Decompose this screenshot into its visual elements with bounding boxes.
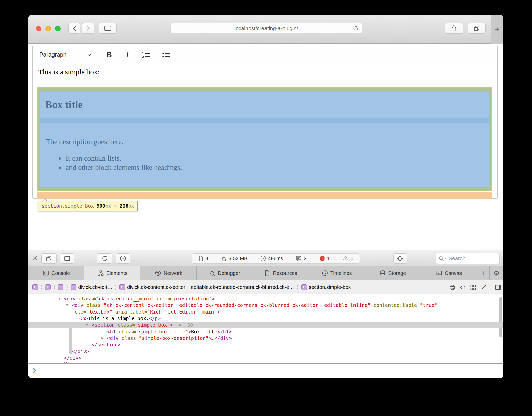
download-icon xyxy=(120,255,126,262)
syntax-token-tag: <div xyxy=(72,302,83,308)
bulleted-list-icon xyxy=(162,51,171,58)
dom-tree-row[interactable]: </div> xyxy=(28,348,503,355)
tab-debugger[interactable]: Debugger xyxy=(197,266,253,280)
dom-tree-row-selected[interactable]: ▼<section class="simple-box"> = $0 xyxy=(28,322,503,328)
tab-overview-button[interactable] xyxy=(468,23,486,34)
close-window-button[interactable] xyxy=(36,26,41,31)
close-devtools-button[interactable] xyxy=(32,255,38,261)
breadcrumb-separator: ⟩ xyxy=(66,284,68,290)
disclosure-triangle-icon[interactable]: ▼ xyxy=(86,322,88,328)
paragraph-dropdown[interactable]: Paragraph xyxy=(39,51,92,58)
syntax-token-attr: class= xyxy=(78,296,96,301)
numbered-list-button[interactable]: 12 xyxy=(141,51,150,58)
dom-tree-row[interactable]: role="textbox" aria-label="Rich Text Edi… xyxy=(28,308,503,315)
forward-button[interactable] xyxy=(82,23,94,34)
zoom-window-button[interactable] xyxy=(55,26,61,31)
grid-overlay-icon[interactable] xyxy=(470,284,476,291)
syntax-token-plain xyxy=(115,322,118,328)
syntax-token-tag: </div> xyxy=(214,335,232,341)
warning-count-badge[interactable]: 0 xyxy=(342,255,353,262)
page-content: Paragraph B I 12 This is a simple box: xyxy=(28,44,503,250)
url-bar[interactable]: localhost/creating-a-plugin/ xyxy=(170,23,362,34)
tab-canvas[interactable]: Canvas xyxy=(421,266,477,280)
ckeditor-frame: Paragraph B I 12 This is a simple box: xyxy=(32,45,498,199)
paintbrush-icon[interactable] xyxy=(480,284,487,291)
breadcrumb-ancestor[interactable]: E xyxy=(45,284,51,290)
tab-network[interactable]: Network xyxy=(140,266,197,280)
breadcrumb-label: div.ck.ck-edit… xyxy=(78,284,112,290)
syntax-token-attr: aria-label= xyxy=(115,309,147,315)
tooltip-width: 900 xyxy=(97,203,105,209)
editor-content[interactable]: This is a simple box: Box title The desc… xyxy=(33,64,497,198)
syntax-token-meta: = $0 xyxy=(173,322,193,328)
minimize-window-button[interactable] xyxy=(45,26,51,31)
breadcrumb-ancestor[interactable]: E xyxy=(32,284,38,290)
print-icon[interactable] xyxy=(449,284,456,291)
share-button[interactable] xyxy=(445,23,463,34)
dom-tree-row[interactable]: </div xyxy=(28,361,503,363)
breadcrumb-separator: ⟩ xyxy=(297,284,299,290)
tab-label: Storage xyxy=(388,270,406,276)
reload-page-button[interactable] xyxy=(97,253,112,264)
svg-text:!: ! xyxy=(322,256,323,261)
document-count-badge[interactable]: 3 xyxy=(198,255,208,262)
syntax-token-val: "simple-box-description" xyxy=(139,335,209,341)
error-count-badge[interactable]: ! 1 xyxy=(319,255,330,262)
dom-tree-row[interactable]: </div> xyxy=(28,355,503,361)
tab-resources[interactable]: Resources xyxy=(253,266,309,280)
split-view-button[interactable] xyxy=(60,253,74,264)
settings-gear-icon[interactable]: ⚙ xyxy=(490,266,503,280)
dock-side-button[interactable] xyxy=(41,253,57,264)
breadcrumb-editable[interactable]: E div.ck.ck-content.ck-editor__editable.… xyxy=(119,284,294,290)
transfer-size-badge[interactable]: 3.52 MB xyxy=(221,255,247,262)
dom-tree-row[interactable]: </section> xyxy=(28,341,503,348)
breadcrumb-simple-box[interactable]: E section.simple-box xyxy=(301,284,351,290)
load-time: 496ms xyxy=(268,256,283,262)
disclosure-triangle-icon[interactable]: ▼ xyxy=(58,295,60,302)
tab-timelines[interactable]: Timelines xyxy=(309,266,365,280)
download-button[interactable] xyxy=(116,253,130,264)
syntax-token-tag: </div> xyxy=(72,349,89,354)
load-time-badge[interactable]: 496ms xyxy=(260,255,283,262)
tab-console[interactable]: Console xyxy=(28,266,84,280)
chevron-right-icon xyxy=(85,25,91,32)
paragraph-dropdown-label: Paragraph xyxy=(39,51,66,58)
dom-tree-row[interactable]: ▼<div class="ck ck-editor__main" role="p… xyxy=(28,295,503,302)
bold-button[interactable]: B xyxy=(104,50,113,60)
search-input[interactable]: Search xyxy=(436,253,500,264)
tooltip-height: 206 xyxy=(120,203,128,209)
breadcrumb-editor-main[interactable]: E div.ck.ck-edit… xyxy=(71,284,112,290)
resources-icon xyxy=(264,270,271,276)
new-tab-button[interactable]: + xyxy=(491,15,503,44)
breadcrumb-label: section.simple-box xyxy=(309,284,351,290)
tab-label: Canvas xyxy=(445,270,462,276)
sidebar-toggle-button[interactable] xyxy=(99,23,117,34)
reload-icon[interactable] xyxy=(353,25,359,32)
syntax-token-tag: > xyxy=(208,335,211,341)
list-item: and other block elements like headings. xyxy=(66,163,182,172)
element-picker-button[interactable] xyxy=(393,253,407,264)
syntax-token-plain xyxy=(154,296,157,301)
devtools-tab-bar: Console Elements Network Debugger Resour… xyxy=(28,266,503,280)
breadcrumb-separator: ⟩ xyxy=(53,284,55,290)
disclosure-triangle-icon[interactable]: ▼ xyxy=(66,302,68,308)
quick-console[interactable] xyxy=(28,363,503,378)
breadcrumb-ancestor[interactable]: E xyxy=(58,284,63,290)
code-brackets-icon[interactable] xyxy=(459,284,466,291)
dom-tree-row[interactable]: <h1 class="simple-box-title">Box title</… xyxy=(28,328,503,335)
tab-storage[interactable]: Storage xyxy=(365,266,421,280)
italic-button[interactable]: I xyxy=(125,50,130,60)
dom-tree-row[interactable]: ▶<div class="simple-box-description">…</… xyxy=(28,335,503,341)
disclosure-triangle-icon[interactable]: ▶ xyxy=(101,335,103,341)
console-messages-badge[interactable]: 3 xyxy=(296,255,306,262)
dom-tree-row[interactable]: <p>This is a simple box:</p> xyxy=(28,315,503,322)
back-button[interactable] xyxy=(68,23,80,34)
error-count: 1 xyxy=(327,256,330,262)
document-count: 3 xyxy=(205,256,208,262)
add-tab-button[interactable]: + xyxy=(477,266,490,280)
details-sidebar-icon[interactable] xyxy=(495,284,501,291)
dom-tree-row[interactable]: ▼<div class="ck ck-content ck-editor__ed… xyxy=(28,302,503,308)
chevron-left-icon xyxy=(71,25,78,32)
bulleted-list-button[interactable] xyxy=(162,51,171,58)
tab-elements[interactable]: Elements xyxy=(84,266,140,280)
